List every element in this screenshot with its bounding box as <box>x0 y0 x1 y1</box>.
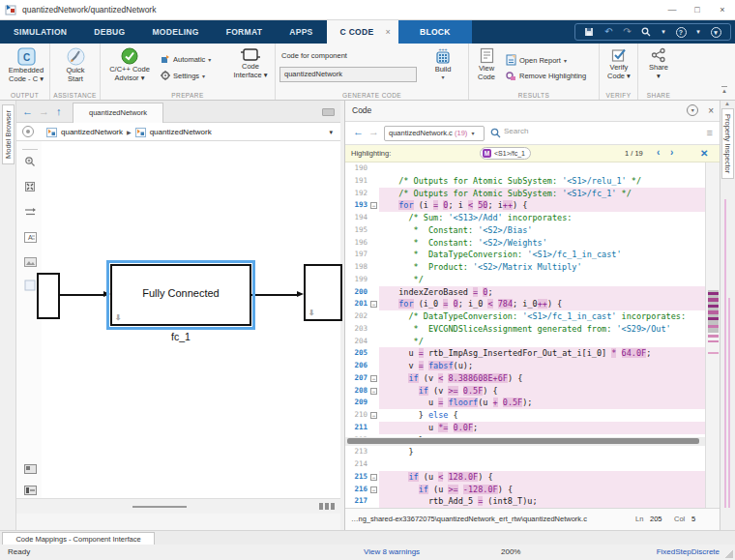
remove-highlighting-button[interactable]: Remove Highlighting <box>506 71 586 81</box>
tab-close-icon[interactable]: × <box>385 27 391 37</box>
code-line-196[interactable]: 196 * Constant: '<S2>/Weights' <box>345 237 705 250</box>
verify-code-button[interactable]: Verify Code ▾ <box>605 47 632 80</box>
model-browser-tab[interactable]: Model Browser <box>2 104 15 164</box>
code-line-198[interactable]: 198 * Product: '<S2>/Matrix Multiply' <box>345 261 705 274</box>
code-line-213[interactable]: 213 } <box>345 446 705 458</box>
tab-options-icon[interactable] <box>322 108 335 116</box>
block-fc-1[interactable]: Fully Connected ⬇ <box>110 264 251 326</box>
automatic-button[interactable]: Automatic ▾ <box>161 54 211 64</box>
code-editor[interactable]: 190191 /* Outputs for Atomic SubSystem: … <box>345 162 705 508</box>
breadcrumb-caret-icon[interactable]: ▾ <box>329 129 333 136</box>
code-line-200[interactable]: 200 indexZeroBased = 0; <box>345 286 705 299</box>
code-line-190[interactable]: 190 <box>345 162 705 175</box>
fold-toggle-icon[interactable]: − <box>370 202 377 209</box>
code-line-209[interactable]: 209 u = floorf(u + 0.5F); <box>345 397 705 409</box>
code-line-211[interactable]: 211 u *= 0.0F; <box>345 422 705 434</box>
save-icon[interactable] <box>584 27 594 37</box>
code-line-205[interactable]: 205 u = rtb_ImpAsg_InsertedFor_Out_at_i[… <box>345 347 705 360</box>
tab-debug[interactable]: DEBUG <box>80 20 138 44</box>
prev-match-icon[interactable]: ‹ <box>657 147 660 158</box>
code-line-216[interactable]: 216− if (u >= -128.0F) { <box>345 484 705 496</box>
settings-button[interactable]: Settings ▾ <box>161 71 205 80</box>
block-partial-left[interactable] <box>37 273 60 319</box>
browser-toggle-icon[interactable] <box>22 126 34 137</box>
close-icon[interactable]: × <box>710 0 735 20</box>
viewmarks-icon[interactable] <box>23 462 37 476</box>
code-line-214[interactable]: 214 <box>345 458 705 471</box>
code-hscrollbar[interactable] <box>345 437 705 446</box>
model-canvas[interactable]: Fully Connected ⬇ fc_1 ⬇ <box>42 141 340 498</box>
code-line-194[interactable]: 194 /* Sum: '<S13>/Add' incorporates: <box>345 212 705 224</box>
tab-simulation[interactable]: SIMULATION <box>0 20 80 44</box>
tab-format[interactable]: FORMAT <box>213 20 277 44</box>
code-line-199[interactable]: 199 */ <box>345 274 705 286</box>
clear-highlight-icon[interactable]: ✕ <box>700 148 708 159</box>
fold-toggle-icon[interactable]: − <box>370 412 377 419</box>
next-match-icon[interactable]: › <box>670 147 673 158</box>
model-back-icon[interactable]: ← <box>22 103 33 119</box>
collapse-strip-icon[interactable]: ▲ <box>724 101 730 106</box>
zoom-icon[interactable] <box>23 155 37 168</box>
signal-wire[interactable] <box>60 294 104 296</box>
canvas-hscroll-thumb[interactable] <box>132 506 187 508</box>
code-vscrollbar[interactable] <box>705 162 720 508</box>
zoom-level[interactable]: 200% <box>501 547 520 556</box>
model-up-icon[interactable]: ↑ <box>56 103 62 119</box>
model-doc-tab[interactable]: quantizedNetwork <box>73 103 163 123</box>
capture-icon[interactable] <box>23 484 37 497</box>
file-selector[interactable]: quantizedNetwork.c (19) ▾ <box>384 126 485 141</box>
view-code-button[interactable]: View Code <box>473 47 500 81</box>
signal-wire[interactable] <box>251 294 297 296</box>
fold-toggle-icon[interactable]: − <box>370 474 377 481</box>
search-caret-icon[interactable]: ▾ <box>662 24 665 40</box>
share-button[interactable]: Share ▾ <box>647 47 670 80</box>
code-line-193[interactable]: 193− for (i = 0; i < 50; i++) { <box>345 199 705 212</box>
view-warnings-link[interactable]: View 8 warnings <box>364 547 420 556</box>
breadcrumb-root[interactable]: quantizedNetwork <box>61 128 123 136</box>
signal-routing-icon[interactable] <box>23 205 37 219</box>
tab-apps[interactable]: APPS <box>276 20 326 44</box>
tab-block[interactable]: BLOCK <box>398 20 472 44</box>
code-interface-button[interactable]: Code Interface ▾ <box>229 47 272 79</box>
code-line-207[interactable]: 207− if (v < 8.388608E+6F) { <box>345 372 705 385</box>
panel-menu-icon[interactable]: ▾ <box>687 104 698 116</box>
maximize-icon[interactable]: □ <box>685 0 710 20</box>
fold-toggle-icon[interactable]: − <box>370 388 377 395</box>
open-report-button[interactable]: Open Report ▾ <box>506 54 567 66</box>
panel-close-icon[interactable]: × <box>708 104 714 117</box>
code-line-192[interactable]: 192 /* Outputs for Atomic SubSystem: '<S… <box>345 188 705 200</box>
fit-to-view-icon[interactable] <box>23 180 37 193</box>
tab-c-code[interactable]: C CODE × <box>327 20 398 44</box>
solver-name[interactable]: FixedStepDiscrete <box>657 547 720 556</box>
build-button[interactable]: +++ Build ▾ <box>428 47 457 80</box>
fold-toggle-icon[interactable]: − <box>370 375 377 382</box>
search-icon[interactable] <box>490 128 501 138</box>
block-partial-right[interactable]: ⬇ <box>304 264 342 321</box>
block-badge-icon[interactable]: ⬇ <box>309 309 315 317</box>
code-line-206[interactable]: 206 v = fabsf(u); <box>345 360 705 372</box>
code-line-208[interactable]: 208− if (v >= 0.5F) { <box>345 385 705 398</box>
code-line-203[interactable]: 203 * EVCGNDSliceAssignment generated fr… <box>345 323 705 336</box>
breadcrumb-child[interactable]: quantizedNetwork <box>150 128 212 136</box>
collapse-toolstrip-icon[interactable]: ▲ <box>721 86 727 94</box>
highlight-chip[interactable]: M <S1>/fc_1 <box>480 147 531 160</box>
resize-grip[interactable] <box>725 550 733 558</box>
code-line-210[interactable]: 210− } else { <box>345 409 705 422</box>
canvas-hscrollbar[interactable] <box>16 498 340 514</box>
code-line-195[interactable]: 195 * Constant: '<S2>/Bias' <box>345 224 705 237</box>
redo-icon[interactable]: ↷ <box>623 24 631 40</box>
block-badge-icon[interactable]: ⬇ <box>115 313 122 322</box>
model-forward-icon[interactable]: → <box>39 103 49 119</box>
minimize-icon[interactable]: — <box>660 0 685 20</box>
undo-icon[interactable]: ↶ <box>604 24 612 40</box>
help-icon[interactable]: ? <box>676 27 687 38</box>
code-hscroll-thumb[interactable] <box>347 438 699 444</box>
annotation-icon[interactable]: A <box>23 230 37 244</box>
code-back-icon[interactable]: ← <box>353 126 364 137</box>
code-advisor-button[interactable]: C/C++ Code Advisor ▾ <box>103 47 156 82</box>
component-field[interactable]: quantizedNetwork <box>279 67 417 82</box>
code-line-191[interactable]: 191 /* Outputs for Atomic SubSystem: '<S… <box>345 175 705 188</box>
fold-toggle-icon[interactable]: − <box>370 301 377 308</box>
tab-modeling[interactable]: MODELING <box>138 20 212 44</box>
code-line-217[interactable]: 217 rtb_Add_5 = (int8_T)u; <box>345 495 705 508</box>
